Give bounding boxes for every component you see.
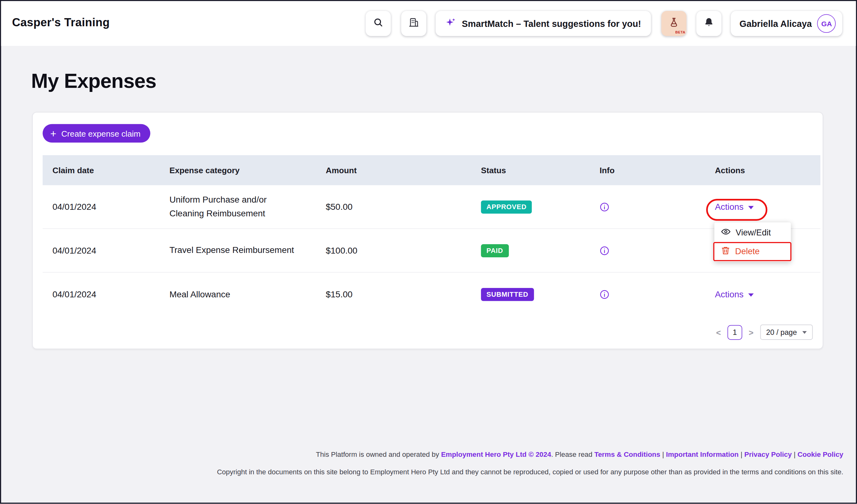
info-icon[interactable] (600, 245, 715, 255)
amount: $100.00 (325, 245, 481, 255)
col-expense-category: Expense category (169, 166, 326, 175)
page-title: My Expenses (31, 70, 156, 93)
col-amount: Amount (325, 166, 481, 175)
footer: This Platform is owned and operated by E… (217, 450, 843, 476)
page-size-select[interactable]: 20 / page (760, 325, 812, 340)
trash-icon (721, 245, 730, 257)
expense-category: Meal Allowance (169, 288, 326, 301)
footer-link-cookie[interactable]: Cookie Policy (797, 450, 843, 458)
info-icon[interactable] (600, 202, 715, 212)
create-expense-button[interactable]: + Create expense claim (43, 124, 150, 143)
col-claim-date: Claim date (53, 166, 169, 175)
claim-date: 04/01/2024 (53, 202, 169, 212)
app-window: Casper's Training (0, 0, 857, 504)
expenses-card: + Create expense claim Claim date Expens… (32, 112, 823, 349)
footer-link-privacy[interactable]: Privacy Policy (744, 450, 792, 458)
status-badge: SUBMITTED (481, 288, 534, 301)
sparkle-icon (446, 17, 456, 30)
col-status: Status (481, 166, 600, 175)
actions-dropdown-trigger[interactable]: Actions (715, 290, 754, 299)
pagination: < 1 > 20 / page (716, 325, 812, 340)
search-icon (373, 17, 384, 30)
status-badge: PAID (481, 244, 508, 257)
plus-icon: + (50, 128, 56, 139)
table-row: 04/01/2024 Uniform Purchase and/or Clean… (43, 185, 820, 229)
menu-item-delete[interactable]: Delete (715, 242, 791, 260)
claim-date: 04/01/2024 (53, 245, 169, 255)
smartmatch-label: SmartMatch – Talent suggestions for you! (462, 18, 641, 29)
chevron-down-icon (802, 331, 807, 334)
table-row: 04/01/2024 Meal Allowance $15.00 SUBMITT… (43, 273, 820, 316)
actions-dropdown-menu: View/Edit Delete (715, 222, 791, 262)
table-header-row: Claim date Expense category Amount Statu… (43, 155, 820, 185)
eye-icon (721, 227, 730, 239)
table-row: 04/01/2024 Travel Expense Reimbursement … (43, 229, 820, 273)
status-badge: APPROVED (481, 200, 532, 213)
top-navbar: Casper's Training (1, 1, 856, 46)
menu-item-view-edit[interactable]: View/Edit (715, 224, 791, 242)
claim-date: 04/01/2024 (53, 290, 169, 299)
expenses-table: Claim date Expense category Amount Statu… (43, 155, 820, 316)
organisation-button[interactable] (401, 11, 426, 36)
chevron-down-icon (749, 206, 754, 209)
previous-page-button[interactable]: < (716, 328, 721, 337)
current-page-button[interactable]: 1 (727, 325, 742, 340)
expense-category: Uniform Purchase and/or Cleaning Reimbus… (169, 193, 326, 221)
smartmatch-button[interactable]: SmartMatch – Talent suggestions for you! (436, 11, 651, 36)
info-icon[interactable] (600, 290, 715, 299)
notifications-button[interactable] (696, 11, 721, 36)
col-actions: Actions (715, 166, 820, 175)
user-name: Gabriella Alicaya (739, 18, 812, 29)
amount: $15.00 (325, 290, 481, 299)
user-menu[interactable]: Gabriella Alicaya GA (730, 11, 842, 36)
expense-category: Travel Expense Reimbursement (169, 244, 326, 257)
col-info: Info (600, 166, 715, 175)
brand-title: Casper's Training (12, 16, 110, 29)
chevron-down-icon (749, 293, 754, 296)
user-avatar: GA (817, 14, 836, 33)
footer-copyright-line: Copyright in the documents on this site … (217, 468, 843, 476)
footer-link-company[interactable]: Employment Hero Pty Ltd © 2024 (441, 450, 551, 458)
next-page-button[interactable]: > (749, 328, 754, 337)
bell-icon (703, 17, 715, 30)
building-icon (408, 17, 419, 30)
amount: $50.00 (325, 202, 481, 212)
footer-link-terms[interactable]: Terms & Conditions (594, 450, 660, 458)
actions-dropdown-trigger[interactable]: Actions (715, 202, 754, 212)
labs-beta-button[interactable]: BETA (661, 11, 686, 36)
footer-link-important-info[interactable]: Important Information (666, 450, 738, 458)
beta-badge: BETA (675, 30, 685, 34)
footer-legal-line: This Platform is owned and operated by E… (217, 450, 843, 459)
search-button[interactable] (366, 11, 391, 36)
flask-icon (668, 17, 679, 30)
